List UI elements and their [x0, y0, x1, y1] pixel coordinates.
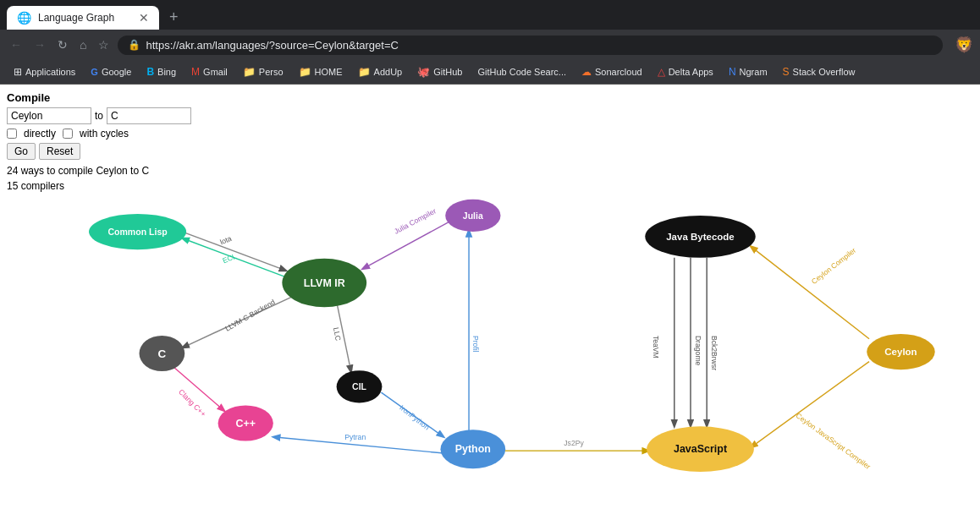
node-label-common-lisp: Common Lisp	[107, 227, 168, 237]
bookmark-label: GitHub	[433, 67, 462, 77]
page-content: Compile to directly with cycles Go Reset…	[0, 85, 980, 473]
edge-label-profil: Profil	[471, 336, 480, 353]
edge-label-llvm-c-backend: LLVM C Backend	[223, 298, 277, 333]
edge-label-ceylon-js-compiler: Ceylon JavaScript Compiler	[795, 411, 873, 471]
edge-label-dragome: Dragome	[694, 336, 702, 366]
directly-label: directly	[24, 128, 56, 140]
bookmark-ngram[interactable]: N Ngram	[722, 63, 774, 80]
stackoverflow-icon: S	[783, 66, 790, 78]
folder-icon: 📁	[243, 66, 256, 78]
edge-label-ironpython: IronPython	[398, 403, 431, 432]
bookmark-label: Gmail	[203, 67, 228, 77]
bookmark-applications[interactable]: ⊞ Applications	[7, 63, 82, 80]
delta-icon: △	[658, 66, 665, 78]
edge-label-llc: LLC	[332, 326, 343, 341]
directly-checkbox[interactable]	[7, 129, 17, 139]
node-label-ceylon: Ceylon	[884, 347, 917, 357]
sonarcloud-icon: ☁	[581, 66, 592, 78]
bookmark-label: Delta Apps	[669, 67, 713, 77]
bookmark-home[interactable]: 📁 HOME	[292, 63, 350, 80]
edge-label-lota: lota	[218, 234, 233, 247]
language-graph-svg: lota ECL LLVM C Backend Clang C++ LLC Ju…	[0, 173, 980, 473]
github-icon: 🐙	[417, 66, 430, 78]
bookmark-label: Google	[102, 67, 131, 77]
bookmark-stackoverflow[interactable]: S Stack Overflow	[776, 63, 862, 80]
bookmark-label: Sonarcloud	[595, 67, 642, 77]
google-icon: G	[91, 67, 98, 77]
gmail-icon: M	[191, 66, 200, 78]
bookmark-star-button[interactable]: ☆	[95, 35, 113, 55]
with-cycles-checkbox[interactable]	[63, 129, 73, 139]
node-label-cil: CIL	[352, 381, 367, 391]
node-label-c: C	[158, 348, 167, 360]
bookmark-label: Ngram	[740, 67, 768, 77]
bookmark-bing[interactable]: B Bing	[140, 63, 183, 80]
bookmark-github[interactable]: 🐙 GitHub	[410, 63, 469, 80]
with-cycles-label: with cycles	[80, 128, 129, 140]
bookmark-perso[interactable]: 📁 Perso	[236, 63, 290, 80]
lock-icon: 🔒	[128, 39, 140, 51]
forward-button[interactable]: →	[30, 35, 49, 55]
bookmarks-bar: ⊞ Applications G Google B Bing M Gmail 📁…	[0, 60, 980, 85]
bookmark-label: Perso	[259, 67, 284, 77]
browser-window: 🌐 Language Graph ✕ + ← → ↻ ⌂ ☆ 🔒 🦁 ⊞ App…	[0, 0, 980, 85]
compile-row: to	[7, 107, 973, 124]
bookmark-label: AddUp	[374, 67, 403, 77]
options-row: directly with cycles	[7, 128, 973, 140]
node-label-java-bytecode: Java Bytecode	[666, 232, 735, 242]
bookmark-github-code[interactable]: GitHub Code Searc...	[471, 64, 573, 79]
edge-ceylon-js-compiler	[751, 362, 869, 448]
to-label: to	[95, 110, 103, 122]
bing-icon: B	[146, 66, 154, 78]
bookmark-label: GitHub Code Searc...	[477, 67, 566, 77]
tab-title: Language Graph	[38, 12, 114, 24]
node-label-llvm-ir: LLVM IR	[304, 277, 345, 289]
folder-icon: 📁	[358, 66, 371, 78]
source-input[interactable]	[7, 107, 91, 124]
folder-icon: 📁	[299, 66, 311, 78]
edge-label-ceylon-compiler: Ceylon Compiler	[810, 246, 857, 286]
bookmark-label: Applications	[25, 67, 75, 77]
go-button[interactable]: Go	[7, 143, 36, 160]
tab-close-button[interactable]: ✕	[139, 11, 149, 25]
bookmark-label: Stack Overflow	[793, 67, 856, 77]
node-label-python: Python	[455, 443, 491, 455]
address-input[interactable]	[146, 39, 933, 52]
compile-heading: Compile	[7, 91, 973, 104]
edge-label-teavm: TeaVM	[652, 336, 660, 358]
target-input[interactable]	[107, 107, 191, 124]
apps-grid-icon: ⊞	[14, 66, 22, 78]
active-tab[interactable]: 🌐 Language Graph ✕	[7, 6, 159, 30]
bookmark-addup[interactable]: 📁 AddUp	[351, 63, 410, 80]
bookmark-sonarcloud[interactable]: ☁ Sonarcloud	[575, 63, 649, 80]
bookmark-google[interactable]: G Google	[84, 64, 138, 79]
edge-label-js2py: Js2Py	[564, 439, 584, 447]
node-label-julia: Julia	[463, 211, 483, 221]
bookmark-gmail[interactable]: M Gmail	[184, 63, 234, 80]
bookmark-label: Bing	[157, 67, 176, 77]
reset-button[interactable]: Reset	[39, 143, 80, 160]
edge-label-pytran: Pytran	[344, 433, 366, 441]
node-label-javascript: JavaScript	[674, 443, 727, 455]
tab-bar: 🌐 Language Graph ✕ +	[0, 0, 980, 30]
address-bar-wrapper[interactable]: 🔒	[118, 36, 943, 55]
graph-area: lota ECL LLVM C Backend Clang C++ LLC Ju…	[0, 173, 980, 473]
edge-ceylon-compiler	[751, 246, 869, 338]
refresh-button[interactable]: ↻	[54, 35, 71, 55]
tab-favicon: 🌐	[17, 11, 31, 25]
edge-label-bck2brwsr: Bck2Brwsr	[710, 336, 718, 370]
back-button[interactable]: ←	[7, 35, 25, 55]
new-tab-button[interactable]: +	[162, 5, 185, 30]
nav-bar: ← → ↻ ⌂ ☆ 🔒 🦁	[0, 30, 980, 60]
bookmark-label: HOME	[315, 67, 343, 77]
button-row: Go Reset	[7, 143, 973, 160]
brave-shield-icon[interactable]: 🦁	[955, 36, 973, 54]
home-button[interactable]: ⌂	[76, 35, 90, 55]
bookmark-delta-apps[interactable]: △ Delta Apps	[651, 63, 720, 80]
ngram-icon: N	[729, 66, 736, 78]
node-label-cpp: C++	[235, 418, 256, 430]
